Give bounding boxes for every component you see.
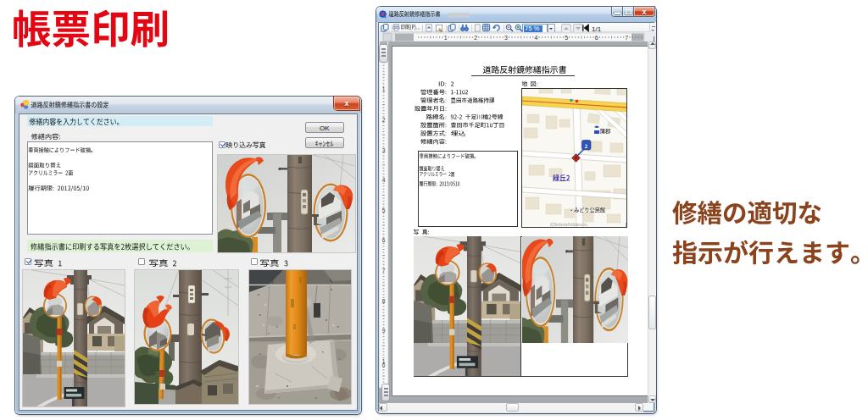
svg-text:4: 4 [535, 35, 538, 41]
svg-text:3: 3 [382, 147, 386, 153]
svg-text:6: 6 [595, 35, 598, 41]
svg-text:7: 7 [382, 268, 386, 274]
svg-text:2: 2 [382, 117, 386, 123]
svg-text:6: 6 [382, 237, 386, 243]
svg-text:3: 3 [504, 35, 508, 41]
svg-text:10: 10 [382, 358, 386, 368]
svg-text:2: 2 [474, 35, 477, 41]
svg-text:5: 5 [382, 207, 386, 213]
svg-text:9: 9 [382, 328, 386, 334]
svg-text:5: 5 [565, 35, 568, 41]
svg-text:1: 1 [444, 35, 448, 41]
svg-text:7: 7 [625, 35, 628, 41]
svg-text:4: 4 [382, 177, 386, 183]
svg-text:8: 8 [382, 298, 386, 304]
svg-text:1: 1 [382, 86, 386, 92]
